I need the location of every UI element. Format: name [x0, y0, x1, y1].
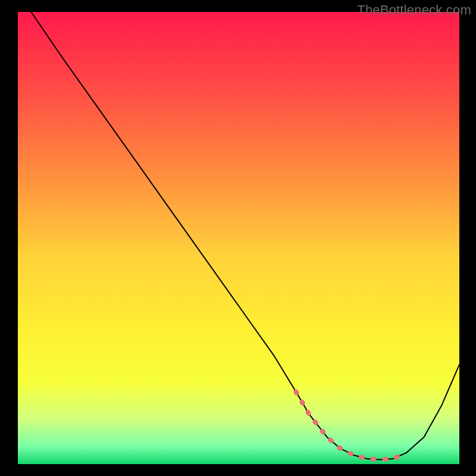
curve-layer: [18, 12, 459, 464]
marker-highlight: [296, 392, 406, 459]
plot-area: [18, 12, 459, 464]
main-curve: [31, 12, 459, 459]
chart-frame: TheBottleneck.com: [0, 0, 476, 476]
watermark: TheBottleneck.com: [357, 2, 471, 18]
